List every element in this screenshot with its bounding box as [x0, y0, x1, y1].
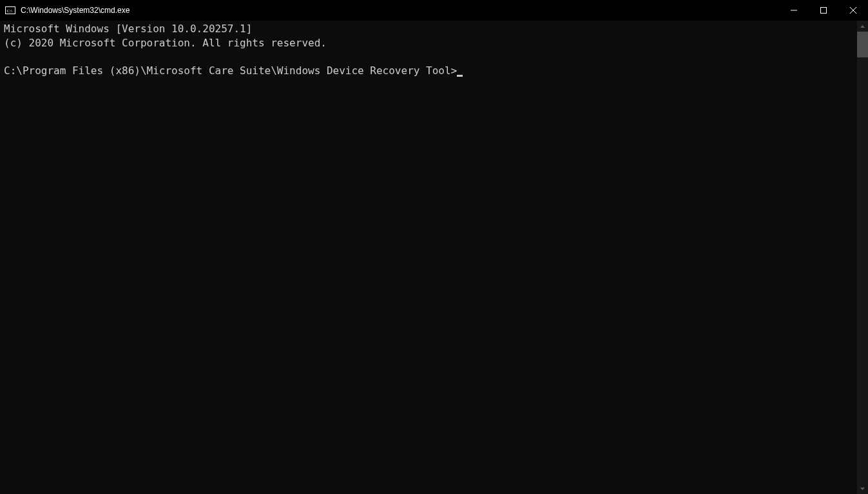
version-line: Microsoft Windows [Version 10.0.20257.1]: [4, 23, 252, 35]
cursor: [457, 75, 463, 77]
scroll-up-button[interactable]: [857, 21, 868, 32]
svg-marker-8: [860, 488, 865, 490]
scroll-down-button[interactable]: [857, 483, 868, 494]
scroll-track[interactable]: [857, 32, 868, 483]
minimize-button[interactable]: [779, 0, 809, 21]
titlebar[interactable]: C:\ C:\Windows\System32\cmd.exe: [0, 0, 868, 21]
window-title: C:\Windows\System32\cmd.exe: [19, 6, 779, 15]
prompt: C:\Program Files (x86)\Microsoft Care Su…: [4, 64, 457, 77]
svg-text:C:\: C:\: [7, 8, 13, 14]
maximize-button[interactable]: [809, 0, 838, 21]
copyright-line: (c) 2020 Microsoft Corporation. All righ…: [4, 37, 327, 49]
terminal-output[interactable]: Microsoft Windows [Version 10.0.20257.1]…: [0, 21, 857, 494]
content-area: Microsoft Windows [Version 10.0.20257.1]…: [0, 21, 868, 494]
cmd-window: C:\ C:\Windows\System32\cmd.exe Microsof…: [0, 0, 868, 494]
svg-marker-7: [860, 25, 865, 28]
svg-rect-4: [821, 8, 827, 14]
vertical-scrollbar[interactable]: [857, 21, 868, 494]
cmd-icon: C:\: [5, 5, 15, 15]
window-controls: [779, 0, 868, 21]
close-button[interactable]: [838, 0, 868, 21]
scroll-thumb[interactable]: [857, 32, 868, 57]
